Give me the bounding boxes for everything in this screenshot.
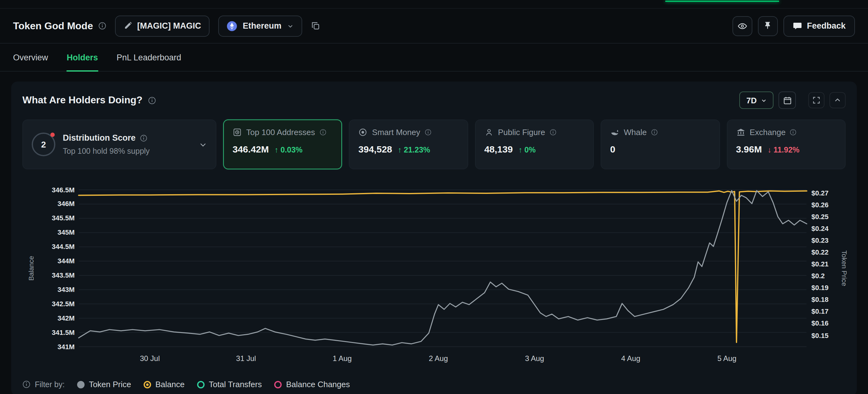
stat-card-smart-money[interactable]: Smart Money 394,528 ↑ 21.23% (349, 119, 468, 169)
tab-pnl-leaderboard[interactable]: PnL Leaderboard (117, 44, 181, 71)
panel-controls: 7D (740, 91, 846, 109)
panel-title: What Are Holders Doing? (22, 94, 156, 106)
chain-selector[interactable]: Ethereum (219, 15, 302, 36)
stat-card-public-figure[interactable]: Public Figure 48,139 ↑ 0% (475, 119, 594, 169)
filter-radio-dot (146, 383, 149, 386)
filter-option-total-transfers[interactable]: Total Transfers (197, 380, 262, 389)
info-icon[interactable] (319, 129, 326, 136)
stat-card-label: Public Figure (498, 128, 545, 137)
eye-icon (737, 21, 747, 31)
feedback-button[interactable]: Feedback (783, 15, 855, 36)
pin-button[interactable] (757, 16, 778, 36)
tab-holders[interactable]: Holders (67, 44, 98, 71)
filter-radio-icon (274, 381, 282, 388)
right-axis-tick: $0.24 (811, 224, 829, 233)
stat-card-change: ↓ 11.92% (768, 146, 800, 154)
tab-overview-label: Overview (13, 53, 48, 62)
filter-option-label: Balance Changes (286, 380, 350, 389)
filter-options: Token PriceBalanceTotal TransfersBalance… (77, 380, 350, 389)
info-icon[interactable] (424, 129, 431, 136)
pin-icon (763, 21, 772, 30)
stat-card-top-100-addresses[interactable]: Top 100 Addresses 346.42M ↑ 0.03% (223, 119, 342, 169)
left-axis-tick: 345.5M (22, 214, 74, 223)
right-axis-tick: $0.26 (811, 200, 829, 209)
calendar-button[interactable] (778, 91, 796, 109)
distribution-score-text: Distribution Score Top 100 hold 98% supp… (63, 133, 150, 156)
tab-bar: Overview Holders PnL Leaderboard (0, 44, 868, 72)
chat-bubble-icon (793, 21, 802, 30)
page-root: Token God Mode [MAGIC] MAGIC Ethereum (0, 0, 868, 394)
distribution-score-label: Distribution Score (63, 133, 135, 143)
x-axis-tick: 30 Jul (140, 354, 160, 363)
left-axis-tick: 344.5M (22, 242, 74, 251)
info-icon[interactable] (549, 129, 556, 136)
right-axis-tick: $0.23 (811, 236, 829, 245)
panel-header: What Are Holders Doing? 7D (22, 91, 846, 109)
left-axis-tick: 342.5M (22, 300, 74, 309)
whale-icon (610, 128, 619, 137)
right-axis-tick: $0.25 (811, 212, 829, 221)
panel-title-text: What Are Holders Doing? (22, 94, 143, 106)
info-icon[interactable] (651, 129, 658, 136)
filter-option-balance-changes[interactable]: Balance Changes (274, 380, 350, 389)
stat-card-row: 2 Distribution Score Top 100 hold 98% su… (22, 119, 846, 169)
app-header: Token God Mode [MAGIC] MAGIC Ethereum (0, 9, 868, 44)
filter-option-token-price[interactable]: Token Price (77, 380, 131, 389)
copy-icon[interactable] (311, 21, 320, 30)
chart-plot (79, 178, 806, 351)
collapse-button[interactable] (830, 92, 846, 108)
holders-chart: Balance Token Price 346.5M346M345.5M345M… (22, 178, 846, 365)
tab-holders-label: Holders (67, 53, 98, 62)
x-axis-tick: 3 Aug (525, 354, 544, 363)
info-icon[interactable] (790, 129, 797, 136)
alert-dot (50, 133, 55, 137)
x-axis-tick: 2 Aug (429, 354, 448, 363)
page-title-text: Token God Mode (13, 20, 93, 31)
filter-option-label: Token Price (89, 380, 131, 389)
x-axis-tick: 31 Jul (236, 354, 256, 363)
person-icon (484, 128, 494, 137)
right-axis: $0.27$0.26$0.25$0.24$0.23$0.22$0.21$0.2$… (811, 178, 850, 351)
filter-radio-icon (144, 381, 151, 388)
fullscreen-icon (812, 96, 821, 105)
chart-filter-bar: Filter by: Token PriceBalanceTotal Trans… (22, 380, 846, 389)
distribution-score-badge: 2 (32, 133, 55, 156)
bank-icon (736, 128, 745, 137)
info-icon[interactable] (98, 22, 106, 30)
timeframe-selector[interactable]: 7D (740, 91, 774, 109)
edit-pencil-icon (123, 22, 131, 30)
watch-button[interactable] (732, 16, 752, 36)
info-icon[interactable] (22, 380, 30, 388)
right-axis-tick: $0.22 (811, 248, 829, 257)
stat-card-value: 346.42M (232, 144, 269, 154)
stat-card-label: Smart Money (372, 128, 420, 137)
top-strip (0, 0, 868, 9)
holders-panel: What Are Holders Doing? 7D (11, 82, 857, 394)
right-axis-tick: $0.15 (811, 331, 829, 340)
filter-radio-icon (197, 381, 205, 388)
stat-card-exchange[interactable]: Exchange 3.96M ↓ 11.92% (726, 119, 846, 169)
right-axis-tick: $0.2 (811, 271, 825, 281)
chevron-down-icon (287, 23, 293, 29)
ethereum-icon (227, 21, 237, 31)
info-icon[interactable] (148, 96, 156, 104)
chain-selector-label: Ethereum (243, 21, 282, 30)
token-selector[interactable]: [MAGIC] MAGIC (115, 15, 210, 36)
chevron-down-icon[interactable] (199, 140, 207, 148)
expand-button[interactable] (808, 92, 825, 108)
left-axis-tick: 341M (22, 342, 74, 351)
stat-card-label: Exchange (749, 128, 786, 137)
stat-card-change: ↑ 0.03% (275, 146, 303, 154)
chevron-up-icon (833, 96, 842, 105)
tab-overview[interactable]: Overview (13, 44, 48, 71)
left-axis-tick: 346.5M (22, 185, 74, 195)
page-title: Token God Mode (13, 20, 106, 31)
stat-card-label: Top 100 Addresses (246, 128, 315, 137)
stat-card-whale[interactable]: Whale 0 (601, 119, 720, 169)
stat-card-value: 394,528 (359, 144, 392, 154)
timeframe-label: 7D (746, 95, 757, 105)
coin-icon (359, 128, 368, 137)
filter-option-balance[interactable]: Balance (144, 380, 185, 389)
info-icon[interactable] (140, 134, 147, 142)
distribution-score-card[interactable]: 2 Distribution Score Top 100 hold 98% su… (22, 119, 216, 169)
